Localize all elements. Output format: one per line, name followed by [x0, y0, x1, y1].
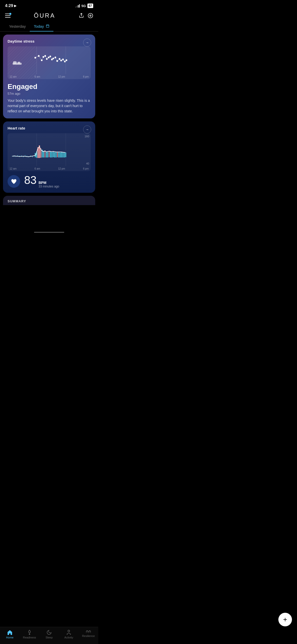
chart-label-6pm: 6 pm: [83, 75, 89, 78]
stress-state-label: Engaged: [8, 83, 91, 91]
svg-point-26: [66, 59, 67, 61]
svg-rect-3: [46, 25, 49, 27]
chart-label-6am: 6 am: [35, 75, 40, 78]
hr-chart-label-6pm: 6 pm: [83, 167, 89, 170]
heart-rate-card: Heart rate → 160 40: [3, 121, 95, 193]
stress-time-ago: 57m ago: [8, 92, 91, 95]
stress-card-title: Daytime stress: [8, 39, 91, 43]
svg-point-22: [59, 58, 60, 60]
tab-bar: Yesterday Today: [0, 22, 98, 31]
hr-card-arrow[interactable]: →: [83, 125, 91, 134]
heart-icon-button[interactable]: [8, 175, 20, 188]
time: 4:29: [5, 4, 13, 8]
svg-point-12: [41, 59, 42, 61]
hr-chart-label-noon: 12 pm: [58, 167, 65, 170]
stress-chart: 12 am 6 am 12 pm 6 pm: [8, 46, 91, 79]
location-icon: ▶: [14, 4, 16, 8]
home-indicator: [34, 232, 64, 233]
svg-point-11: [38, 55, 40, 57]
main-content: Daytime stress →: [0, 31, 98, 230]
svg-point-13: [43, 56, 44, 58]
stress-card-arrow[interactable]: →: [83, 39, 91, 47]
hr-card-title: Heart rate: [8, 126, 91, 130]
svg-point-25: [64, 61, 65, 62]
svg-point-21: [56, 60, 58, 62]
tab-today[interactable]: Today: [30, 22, 53, 31]
stress-card: Daytime stress →: [3, 35, 95, 118]
hr-time-ago: 33 minutes ago: [39, 185, 59, 188]
battery-level: 67: [87, 4, 93, 8]
tab-yesterday[interactable]: Yesterday: [5, 22, 30, 31]
svg-point-14: [44, 55, 46, 57]
svg-point-10: [35, 57, 36, 59]
menu-notification-dot: [9, 13, 11, 15]
chart-label-midnight: 12 am: [10, 75, 17, 78]
hr-unit-label: BPM: [39, 181, 59, 185]
app-header: ŌURA: [0, 10, 98, 22]
svg-point-24: [62, 59, 64, 60]
hr-chart-label-midnight: 12 am: [10, 167, 17, 170]
hr-bpm-value: 83: [24, 175, 37, 186]
hr-chart-label-6am: 6 am: [35, 167, 40, 170]
target-button[interactable]: [88, 13, 93, 18]
svg-point-23: [60, 60, 62, 61]
svg-point-15: [46, 58, 48, 60]
hr-chart: 160 40: [8, 133, 91, 171]
svg-point-18: [51, 59, 53, 60]
network-type: 5G: [81, 4, 86, 8]
app-logo: ŌURA: [34, 12, 55, 19]
svg-point-19: [52, 58, 54, 59]
svg-point-1: [88, 13, 93, 18]
menu-button[interactable]: [5, 14, 11, 18]
header-actions: [79, 13, 93, 18]
share-button[interactable]: [79, 13, 84, 18]
summary-peek: SUMMARY: [3, 196, 95, 205]
status-bar: 4:29 ▶ 5G 67: [0, 0, 98, 10]
svg-point-17: [49, 56, 51, 57]
hr-bottom-row: 83 BPM 33 minutes ago: [8, 175, 91, 188]
stress-description: Your body's stress levels have risen sli…: [8, 98, 91, 114]
signal-bars: [75, 4, 80, 8]
chart-label-noon: 12 pm: [58, 75, 65, 78]
svg-point-2: [90, 15, 91, 16]
svg-point-16: [48, 57, 49, 58]
svg-point-20: [55, 57, 56, 58]
